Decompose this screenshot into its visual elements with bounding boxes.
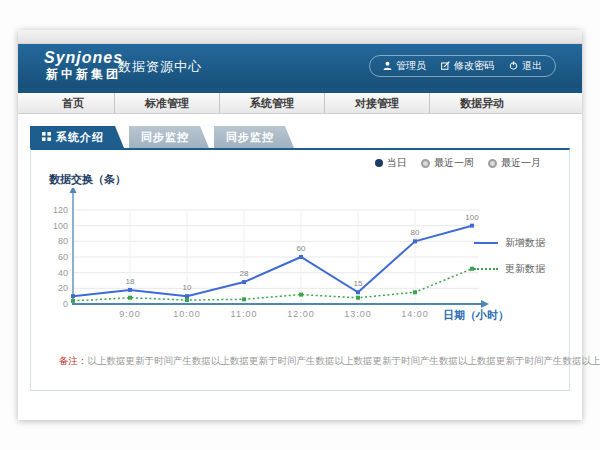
svg-text:10: 10 [183,283,192,292]
logout-button[interactable]: 退出 [509,59,542,73]
legend-label: 更新数据 [505,262,545,276]
window-top-strip [18,30,582,44]
svg-text:10:00: 10:00 [173,309,201,319]
page-title: 数据资源中心 [118,44,202,88]
page: Synjones 新中新集团 数据资源中心 管理员 修改密码 [0,0,600,450]
radio-option-today[interactable]: 当日 [375,156,407,170]
svg-text:80: 80 [58,236,68,246]
nav-item-interface-mgmt[interactable]: 对接管理 [325,93,430,113]
x-axis-title: 日期（小时） [443,308,509,323]
svg-text:15: 15 [354,279,363,288]
radio-option-last-month[interactable]: 最近一月 [488,156,541,170]
radio-unselected-icon [421,159,430,168]
solid-line-swatch-icon [474,242,498,244]
nav-item-system-mgmt[interactable]: 系统管理 [220,93,325,113]
svg-text:28: 28 [240,269,249,278]
logout-label: 退出 [522,59,542,73]
tab-sync-monitor-1[interactable]: 同步监控 [129,126,209,148]
svg-text:40: 40 [58,268,68,278]
y-axis-title: 数据交换（条） [49,172,126,187]
svg-text:120: 120 [53,205,68,215]
grid-icon [42,126,51,148]
radio-label: 最近一月 [501,156,541,170]
app-header: Synjones 新中新集团 数据资源中心 管理员 修改密码 [18,44,582,88]
legend-item-new-data[interactable]: 新增数据 [474,236,545,250]
user-toolbar: 管理员 修改密码 退出 [369,55,556,77]
nav-item-data-change[interactable]: 数据异动 [430,93,534,113]
chart-legend: 新增数据 更新数据 [474,236,545,276]
svg-text:18: 18 [126,277,135,286]
current-user-label: 管理员 [396,59,426,73]
svg-text:12:00: 12:00 [287,309,315,319]
svg-text:80: 80 [411,228,420,237]
tab-sync-monitor-2[interactable]: 同步监控 [214,126,294,148]
user-icon [383,61,392,72]
radio-unselected-icon [488,159,497,168]
svg-text:100: 100 [53,221,68,231]
svg-text:60: 60 [297,244,306,253]
tab-bar: 系统介绍 同步监控 同步监控 [30,126,582,148]
footnote-prefix: 备注： [59,355,88,366]
svg-text:100: 100 [465,213,479,222]
footnote-text: 以上数据更新于时间产生数据以上数据更新于时间产生数据以上数据更新于时间产生数据以… [88,355,600,366]
footnote: 备注：以上数据更新于时间产生数据以上数据更新于时间产生数据以上数据更新于时间产生… [59,355,600,368]
chart-panel: 当日 最近一周 最近一月 数据交换（条） 0204060801001209:00… [30,148,570,391]
nav-item-standard-mgmt[interactable]: 标准管理 [115,93,220,113]
radio-label: 最近一周 [434,156,474,170]
change-password-button[interactable]: 修改密码 [441,59,494,73]
radio-option-last-week[interactable]: 最近一周 [421,156,474,170]
brand-logo: Synjones 新中新集团 [44,48,123,82]
main-nav: 首页 标准管理 系统管理 对接管理 数据异动 [18,93,582,114]
legend-item-updated-data[interactable]: 更新数据 [474,262,545,276]
radio-selected-icon [375,159,383,167]
dotted-line-swatch-icon [474,268,498,270]
tab-label: 系统介绍 [56,126,104,148]
logo-wordmark: Synjones [44,48,123,67]
content-area: 系统介绍 同步监控 同步监控 当日 最近一周 [18,114,582,391]
svg-text:60: 60 [58,252,68,262]
svg-text:20: 20 [58,283,68,293]
tab-label: 同步监控 [141,126,189,148]
tab-system-intro[interactable]: 系统介绍 [30,126,124,148]
app-window: Synjones 新中新集团 数据资源中心 管理员 修改密码 [18,30,582,420]
svg-text:9:00: 9:00 [119,309,141,319]
change-password-label: 修改密码 [454,59,494,73]
svg-text:14:00: 14:00 [401,309,429,319]
radio-label: 当日 [387,156,407,170]
logo-company-name: 新中新集团 [44,67,123,82]
current-user-button[interactable]: 管理员 [383,59,426,73]
logout-icon [509,61,518,72]
legend-label: 新增数据 [505,236,545,250]
svg-text:11:00: 11:00 [231,309,258,319]
time-range-filter: 当日 最近一周 最近一月 [375,156,541,170]
tab-label: 同步监控 [226,126,274,148]
svg-text:0: 0 [63,299,68,309]
svg-text:13:00: 13:00 [344,309,372,319]
nav-item-home[interactable]: 首页 [32,93,115,113]
edit-icon [441,61,450,72]
